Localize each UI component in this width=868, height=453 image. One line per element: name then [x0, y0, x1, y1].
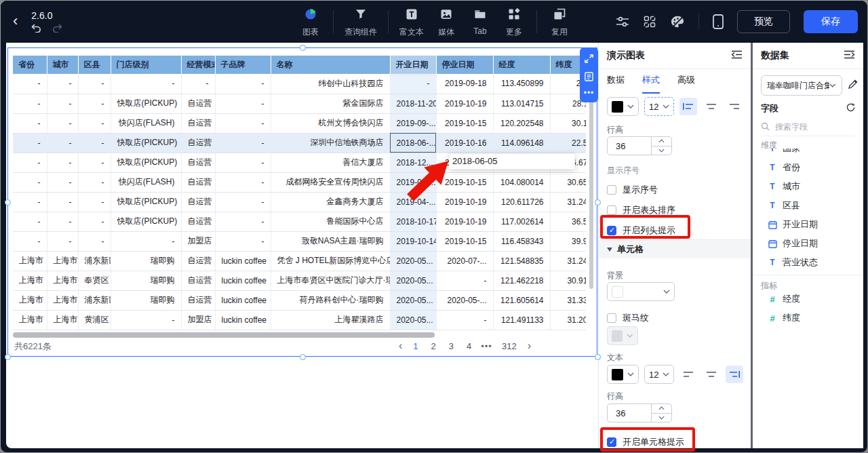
table-cell[interactable]: 致敬NASA主题·瑞即购 — [271, 231, 390, 251]
table-cell[interactable]: - — [111, 231, 181, 251]
table-cell[interactable]: 121.462218 — [493, 271, 550, 290]
table-cell[interactable]: 黄浦区 — [78, 310, 111, 330]
field-item-城市[interactable]: T城市 — [761, 177, 861, 196]
page-number[interactable]: 312 — [498, 340, 520, 352]
table-cell[interactable]: 自运营 — [181, 133, 215, 153]
undo-icon[interactable] — [31, 24, 41, 33]
table-cell[interactable]: 2018-11-20 — [390, 94, 436, 113]
table-row[interactable]: 上海市上海市黄浦区-加盟店luckin coffee上海瞿溪路店2020-05.… — [13, 310, 586, 330]
table-cell[interactable]: 善信大厦店 — [271, 153, 390, 172]
checkbox-zebra[interactable]: 斑马纹 — [607, 311, 649, 326]
table-cell[interactable]: 2019-10-16 — [436, 133, 493, 153]
table-cell[interactable]: 荷丹路科创中心·瑞即购 — [271, 290, 390, 310]
header-line-height-stepper[interactable]: 36 — [607, 136, 672, 155]
column-header[interactable]: 停业日期 — [436, 56, 493, 74]
toolbar-item-tab[interactable]: Tab — [469, 7, 492, 36]
preview-button[interactable]: 预览 — [737, 10, 790, 33]
step-down-icon[interactable] — [652, 414, 671, 422]
data-table[interactable]: 省份城市区县门店级别经营模式子品牌名称开业日期停业日期经度纬度------纬创中… — [13, 56, 586, 336]
table-cell[interactable]: 2019-09-... — [390, 172, 436, 192]
table-cell[interactable]: - — [47, 192, 78, 212]
table-cell[interactable]: 自运营 — [181, 94, 215, 113]
cell-line-height-stepper[interactable]: 36 — [607, 403, 672, 422]
cell-font-color-select[interactable] — [607, 365, 639, 384]
table-cell[interactable]: 2020-05-... — [436, 290, 493, 310]
table-cell[interactable]: 上海市 — [47, 290, 78, 310]
table-cell[interactable]: - — [47, 172, 78, 192]
table-cell[interactable]: 2019-10-15 — [436, 231, 493, 251]
table-row[interactable]: ---快取店(PICKUP)自运营-鲁能国际中心店2018-10-172019-… — [13, 212, 586, 231]
toolbar-item-more[interactable]: 更多 — [502, 7, 526, 38]
table-cell[interactable]: 113.014715 — [493, 94, 550, 113]
table-cell[interactable]: 上海市 — [13, 251, 47, 271]
table-cell[interactable]: 31.20453 — [550, 310, 586, 330]
cell-align-center-button[interactable] — [703, 366, 720, 383]
table-cell[interactable]: 鲁能国际中心店 — [271, 212, 390, 231]
table-cell[interactable]: 2019-10-15 — [436, 172, 493, 192]
table-cell[interactable]: - — [111, 310, 181, 330]
table-cell[interactable]: - — [78, 153, 111, 172]
header-align-right-button[interactable] — [726, 98, 743, 115]
table-cell[interactable]: 2020-05... — [390, 271, 436, 290]
table-cell[interactable]: 自运营 — [181, 153, 215, 172]
table-cell[interactable]: - — [215, 94, 271, 113]
table-cell[interactable]: - — [47, 212, 78, 231]
field-item-开业日期[interactable]: 开业日期 — [761, 215, 861, 234]
toolbar-item-query[interactable]: 查询组件 — [344, 7, 377, 38]
table-cell[interactable]: 快取店(PICKUP) — [111, 94, 181, 113]
column-header[interactable]: 省份 — [13, 56, 47, 74]
table-cell[interactable]: - — [436, 310, 493, 330]
step-up-icon[interactable] — [652, 137, 671, 146]
table-cell[interactable]: 自运营 — [181, 251, 215, 271]
table-cell[interactable]: - — [13, 153, 47, 172]
table-row[interactable]: ---快闪店(FLASH)自运营-成都网络安全宣传周快闪店2019-09-...… — [13, 172, 586, 192]
more-options-icon[interactable]: ••• — [584, 90, 595, 96]
table-row[interactable]: ---快取店(PICKUP)自运营-紫金国际店2018-11-202019-10… — [13, 94, 586, 113]
table-cell[interactable]: 成都网络安全宣传周快闪店 — [271, 172, 390, 192]
save-button[interactable]: 保存 — [804, 10, 858, 33]
table-cell[interactable]: luckin coffee — [215, 271, 271, 290]
table-cell[interactable]: - — [13, 231, 47, 251]
table-cell[interactable]: 自运营 — [181, 212, 215, 231]
column-header[interactable]: 城市 — [47, 56, 78, 74]
table-cell[interactable]: 自运营 — [181, 271, 215, 290]
tab-advanced[interactable]: 高级 — [677, 74, 695, 94]
page-number[interactable]: 2 — [428, 340, 439, 352]
field-item-营业状态[interactable]: T营业状态 — [761, 253, 861, 272]
table-cell[interactable]: 39.9483 — [550, 231, 586, 251]
redo-icon[interactable] — [52, 24, 62, 33]
table-cell[interactable]: 104.080014 — [493, 172, 550, 192]
table-cell[interactable]: 浦东新区 — [78, 251, 111, 271]
cell-section-header[interactable]: 单元格 — [599, 239, 751, 258]
table-cell[interactable]: - — [47, 74, 78, 94]
table-cell[interactable]: - — [13, 212, 47, 231]
field-search-input[interactable]: 搜索字段 — [761, 119, 855, 136]
field-item-区县[interactable]: T区县 — [761, 196, 861, 215]
table-cell[interactable]: - — [47, 133, 78, 153]
table-cell[interactable]: 121.548835 — [493, 251, 550, 271]
table-cell[interactable]: 31.24204 — [550, 192, 586, 212]
table-cell[interactable]: - — [78, 212, 111, 231]
checkbox-col-tooltip[interactable]: 开启列头提示 — [607, 223, 675, 238]
table-cell[interactable]: 2018-12... — [390, 153, 436, 172]
table-cell[interactable]: - — [215, 113, 271, 133]
adjust-sliders-icon[interactable] — [616, 16, 629, 28]
table-cell[interactable]: - — [78, 74, 111, 94]
table-cell[interactable]: - — [215, 212, 271, 231]
table-cell[interactable]: - — [215, 192, 271, 212]
table-cell[interactable]: 2019-10-19 — [436, 94, 493, 113]
table-cell[interactable]: - — [13, 192, 47, 212]
column-header[interactable]: 经营模式 — [181, 56, 215, 74]
header-font-color-select[interactable] — [607, 97, 639, 116]
table-row[interactable]: ----加盟店-致敬NASA主题·瑞即购2019-10-142019-10-15… — [13, 231, 586, 251]
table-cell[interactable]: - — [181, 74, 215, 94]
step-up-icon[interactable] — [652, 404, 671, 414]
table-row[interactable]: 上海市上海市浦东新区瑞即购自运营luckin coffee凭舍 J HOTEL新… — [13, 251, 586, 271]
table-cell[interactable]: 2019-10-19 — [436, 212, 493, 231]
table-cell[interactable]: - — [215, 172, 271, 192]
page-prev-icon[interactable]: ‹ — [397, 340, 403, 352]
checkbox-show-index[interactable]: 显示序号 — [607, 182, 658, 197]
field-item-停业日期[interactable]: 停业日期 — [761, 234, 861, 253]
table-cell[interactable]: 上海市 — [47, 251, 78, 271]
table-cell[interactable]: - — [13, 74, 47, 94]
